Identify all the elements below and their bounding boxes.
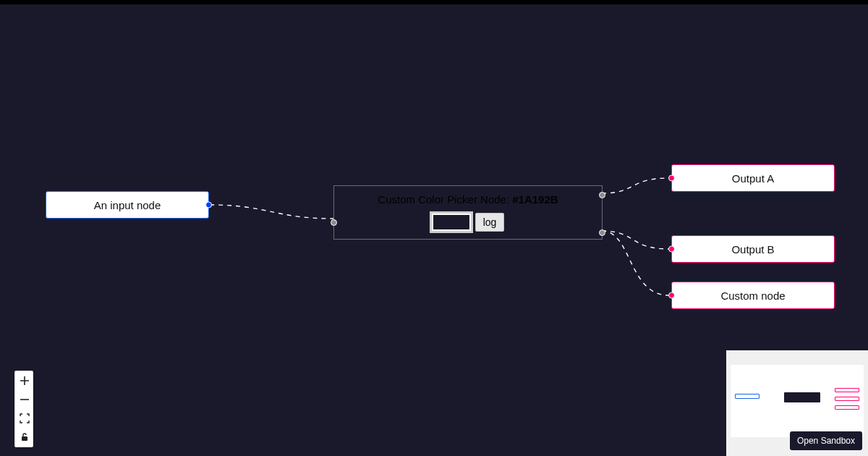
minimap-node-out-a xyxy=(835,388,859,392)
open-sandbox-button[interactable]: Open Sandbox xyxy=(790,431,862,450)
handle-target[interactable] xyxy=(668,175,675,182)
minimap-node-out-c xyxy=(835,405,859,410)
fit-view-button[interactable] xyxy=(15,409,34,428)
node-color-picker[interactable]: Custom Color Picker Node: #1A192B log xyxy=(333,185,603,240)
color-picker-hex: #1A192B xyxy=(512,193,558,206)
minimap-node-out-b xyxy=(835,397,859,401)
node-output-b[interactable]: Output B xyxy=(671,235,835,263)
color-swatch-input[interactable] xyxy=(432,214,471,231)
minus-icon xyxy=(20,394,30,405)
zoom-in-button[interactable] xyxy=(15,371,34,390)
node-output-custom-label: Custom node xyxy=(720,290,785,302)
log-button[interactable]: log xyxy=(475,213,505,232)
handle-target[interactable] xyxy=(668,292,675,299)
node-output-b-label: Output B xyxy=(731,243,774,256)
zoom-out-button[interactable] xyxy=(15,390,34,409)
node-input-label: An input node xyxy=(94,199,161,211)
fit-icon xyxy=(20,413,30,423)
color-picker-title: Custom Color Picker Node: #1A192B xyxy=(347,193,589,206)
handle-source-right-a[interactable] xyxy=(599,192,605,198)
handle-target[interactable] xyxy=(668,246,675,253)
node-input[interactable]: An input node xyxy=(46,191,209,219)
lock-toggle-button[interactable] xyxy=(15,428,34,447)
controls-panel xyxy=(14,371,33,447)
node-output-a[interactable]: Output A xyxy=(671,164,835,192)
handle-source-right-b[interactable] xyxy=(599,229,605,236)
color-picker-title-prefix: Custom Color Picker Node: xyxy=(378,193,512,206)
svg-rect-0 xyxy=(22,436,27,441)
node-output-a-label: Output A xyxy=(732,172,774,185)
minimap-viewport xyxy=(731,365,864,437)
flow-canvas[interactable]: An input node Custom Color Picker Node: … xyxy=(0,4,868,456)
minimap[interactable]: Open Sandbox xyxy=(726,350,868,456)
handle-source[interactable] xyxy=(205,202,212,208)
minimap-node-center xyxy=(784,392,820,402)
handle-target-left[interactable] xyxy=(331,219,337,226)
node-output-custom[interactable]: Custom node xyxy=(671,282,835,309)
lock-open-icon xyxy=(20,432,30,442)
minimap-node-input xyxy=(735,394,760,399)
plus-icon xyxy=(20,376,30,386)
